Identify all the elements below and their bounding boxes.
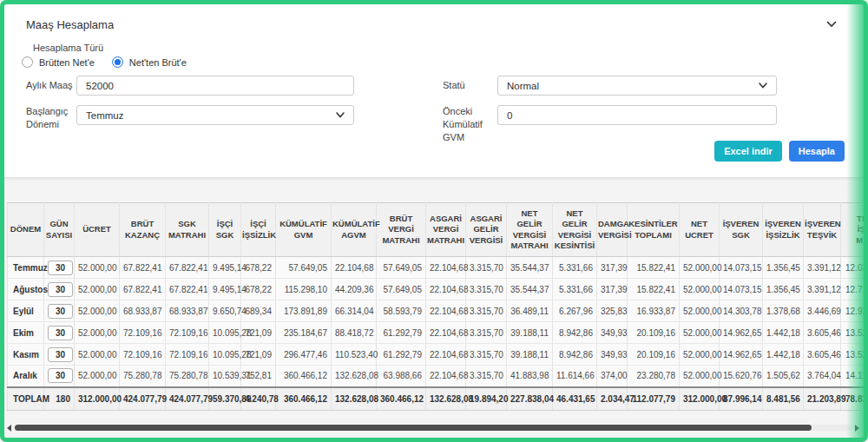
value-cell: 3.315,70 (466, 322, 507, 344)
days-input[interactable] (48, 282, 73, 297)
value-cell: 35.544,37 (507, 257, 553, 279)
value-cell: 67.822,41 (166, 257, 209, 279)
scroll-right-arrow-icon[interactable] (855, 425, 859, 432)
value-cell: 11.614,66 (553, 366, 597, 387)
value-cell: 360.466,12 (276, 387, 332, 411)
scrollbar-track[interactable] (14, 425, 852, 431)
value-cell: 57.649,05 (276, 257, 332, 279)
period-cell: Ekim (8, 322, 44, 344)
value-cell: 9.495,14 (209, 257, 241, 279)
column-header: İŞÇİ İŞSİZLİK (241, 203, 276, 257)
value-cell: 52.000,00 (75, 366, 120, 387)
days-input[interactable] (48, 347, 73, 362)
value-cell: 72.109,16 (166, 344, 209, 366)
value-cell: 424.077,79 (166, 387, 209, 411)
value-cell: 721,09 (241, 344, 276, 366)
value-cell: 75.280,78 (120, 366, 166, 387)
horizontal-scrollbar (7, 424, 859, 432)
value-cell: 61.292,79 (377, 344, 426, 366)
results-table: DÖNEMGÜN SAYISIÜCRETBRÜT KAZANÇSGK MATRA… (7, 202, 868, 411)
value-cell: 78.836, (841, 387, 868, 411)
value-cell: 52.000,00 (680, 344, 720, 366)
value-cell: 10.095,28 (209, 344, 241, 366)
value-cell: 52.000,00 (75, 344, 120, 366)
value-cell: 13.520, (841, 322, 868, 344)
value-cell: 8.481,56 (763, 387, 804, 411)
onceki-kumulatif-gvm-label: Önceki Kümülatif GVM (443, 105, 496, 144)
value-cell: 36.489,11 (507, 300, 553, 322)
value-cell: 22.104,68 (426, 300, 466, 322)
value-cell: 110.523,40 (332, 344, 377, 366)
value-cell: 13.520, (841, 344, 868, 366)
value-cell: 35.544,37 (507, 279, 553, 300)
statu-selected-value: Normal (507, 81, 539, 91)
value-cell: 3.315,70 (466, 279, 507, 300)
onceki-kumulatif-gvm-input[interactable] (497, 105, 777, 125)
value-cell: 5.331,66 (553, 257, 597, 279)
days-input[interactable] (48, 261, 73, 275)
value-cell: 132.628,08 (332, 366, 377, 387)
value-cell: 173.891,89 (276, 300, 332, 322)
value-cell: 317,39 (597, 279, 628, 300)
value-cell: 14.962,65 (720, 322, 763, 344)
value-cell: 8.942,86 (553, 322, 597, 344)
radio-selected-icon (112, 56, 123, 68)
column-header: SGK MATRAHI (166, 203, 209, 257)
hesapla-button[interactable]: Hesapla (789, 141, 845, 162)
value-cell: 46.431,65 (553, 387, 597, 411)
value-cell: 9.650,74 (209, 300, 241, 322)
calc-type-radio-group: Brütten Net'e Net'ten Brüt'e (22, 56, 187, 68)
table-total-row: TOPLAM180312.000,00424.077,79424.077,795… (8, 387, 868, 411)
days-cell (44, 344, 75, 366)
value-cell: 360.466,12 (377, 387, 426, 411)
value-cell: 67.822,41 (166, 279, 209, 300)
days-cell (44, 257, 75, 279)
period-cell: Kasım (8, 344, 44, 366)
baslangic-donemi-select[interactable]: Temmuz (76, 105, 354, 125)
radio-option-netten-brute[interactable]: Net'ten Brüt'e (112, 56, 187, 68)
value-cell: 66.314,04 (332, 300, 377, 322)
days-input[interactable] (48, 326, 73, 340)
value-cell: 22.104,68 (426, 257, 466, 279)
value-cell: 1.442,18 (763, 344, 804, 366)
period-cell: Aralık (8, 366, 44, 387)
days-cell (44, 300, 75, 322)
panel-collapse-chevron-icon[interactable] (824, 16, 839, 32)
days-input[interactable] (48, 304, 73, 319)
value-cell: 312.000,00 (680, 387, 720, 411)
value-cell: 52.000,00 (680, 300, 720, 322)
value-cell: 3.315,70 (466, 366, 507, 387)
value-cell: 57.649,05 (377, 257, 426, 279)
days-cell (44, 322, 75, 344)
value-cell: 3.391,12 (804, 257, 841, 279)
value-cell: 52.000,00 (680, 366, 720, 387)
statu-select[interactable]: Normal (497, 76, 777, 96)
days-cell (44, 366, 75, 387)
value-cell: 325,83 (597, 300, 628, 322)
excel-indir-button[interactable]: Excel indir (714, 141, 782, 162)
chevron-down-icon (336, 112, 345, 118)
value-cell: 132.628,08 (332, 387, 377, 411)
scroll-left-arrow-icon[interactable] (7, 425, 11, 432)
value-cell: 14.073,15 (720, 279, 763, 300)
column-header: DAMGA VERGİSİ (597, 203, 628, 257)
column-header: NET GELİR VERGİSİ MATRAHI (507, 203, 553, 257)
value-cell: 3.605,46 (804, 322, 841, 344)
radio-label: Brütten Net'e (39, 57, 95, 68)
value-cell: 6.267,96 (553, 300, 597, 322)
aylik-maas-label: Aylık Maaş (26, 79, 78, 92)
results-table-container: DÖNEMGÜN SAYISIÜCRETBRÜT KAZANÇSGK MATRA… (7, 202, 868, 411)
value-cell: 374,00 (597, 366, 628, 387)
radio-option-brutten-nete[interactable]: Brütten Net'e (22, 56, 95, 68)
value-cell: 22.104,68 (426, 344, 466, 366)
value-cell: 14.962,65 (720, 344, 763, 366)
value-cell: 312.000,00 (75, 387, 120, 411)
value-cell: 52.000,00 (680, 322, 720, 344)
scrollbar-thumb[interactable] (15, 425, 812, 431)
calc-type-label: Hesaplama Türü (33, 43, 103, 53)
value-cell: 9.495,14 (209, 279, 241, 300)
value-cell: 689,34 (241, 300, 276, 322)
aylik-maas-input[interactable] (76, 76, 354, 96)
days-input[interactable] (48, 368, 73, 383)
column-header: KÜMÜLATİF AGVM (332, 203, 377, 257)
